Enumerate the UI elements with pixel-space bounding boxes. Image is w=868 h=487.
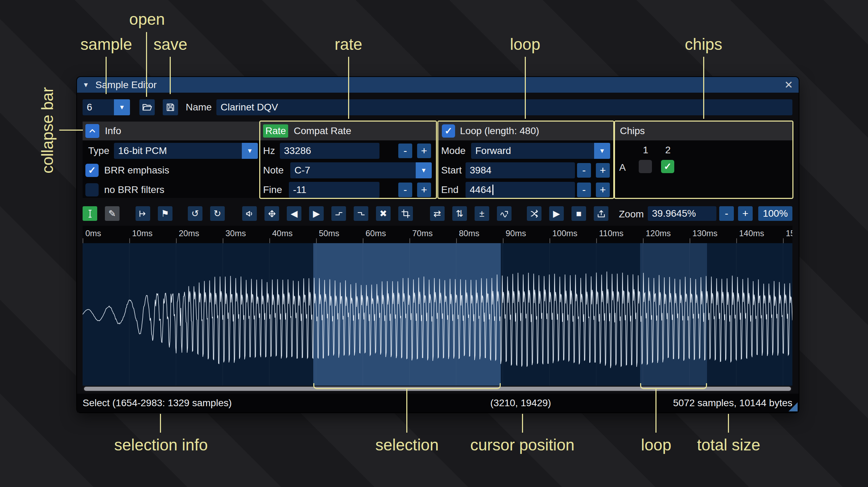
- resize-grip[interactable]: [789, 402, 798, 411]
- chevron-down-icon[interactable]: ▼: [114, 99, 130, 115]
- name-input[interactable]: Clarinet DQV: [216, 99, 792, 115]
- chevron-down-icon[interactable]: ▼: [416, 162, 432, 178]
- name-label: Name: [186, 99, 212, 115]
- chevron-down-icon[interactable]: ▼: [242, 143, 258, 159]
- sample-editor-window: ▼ Sample Editor ✕ 6 ▼ Name Clarinet DQV …: [77, 77, 799, 412]
- sample-selector[interactable]: 6 ▼: [83, 99, 130, 115]
- redo-button[interactable]: ↻: [210, 206, 225, 221]
- loop-start-increment-button[interactable]: +: [596, 163, 610, 178]
- chips-header-label: Chips: [620, 125, 645, 137]
- zoom-input[interactable]: 39.9645%: [648, 206, 716, 221]
- zoom-reset-button[interactable]: 100%: [758, 206, 792, 221]
- close-icon[interactable]: ✕: [784, 77, 793, 93]
- chevron-down-icon[interactable]: ▼: [594, 143, 610, 159]
- fade-out-button[interactable]: ▶: [309, 206, 324, 221]
- loop-end-input[interactable]: 4464: [466, 182, 575, 198]
- save-floppy-icon: [166, 102, 175, 112]
- collapse-info-button[interactable]: [85, 124, 99, 138]
- fine-increment-button[interactable]: +: [417, 183, 431, 197]
- waveform-display[interactable]: [83, 243, 792, 386]
- hz-value: 33286: [284, 145, 311, 156]
- chips-panel-header: Chips: [615, 122, 792, 140]
- reverse-button[interactable]: ⇄: [430, 206, 445, 221]
- create-instrument-button[interactable]: [594, 206, 608, 221]
- loop-start-decrement-button[interactable]: -: [577, 163, 591, 178]
- chip-2-checkbox[interactable]: [661, 160, 674, 173]
- loop-end-decrement-button[interactable]: -: [577, 183, 591, 197]
- ruler-tick: [736, 238, 737, 243]
- window-collapse-icon[interactable]: ▼: [83, 81, 89, 89]
- sign-button[interactable]: ±: [475, 206, 489, 221]
- insert-silence-button[interactable]: [331, 206, 346, 221]
- ruler-tick: [83, 238, 83, 243]
- annotation-collapse-bar: collapse bar: [38, 87, 57, 173]
- insert-silence-icon: [334, 209, 344, 218]
- trim-button[interactable]: [398, 206, 413, 221]
- ruler-label: 110ms: [599, 229, 623, 238]
- open-sample-button[interactable]: [139, 99, 155, 115]
- brr-emphasis-checkbox[interactable]: [85, 164, 99, 177]
- draw-button[interactable]: ✎: [105, 206, 120, 221]
- delete-button[interactable]: ✖: [376, 206, 391, 221]
- ruler-label: 40ms: [272, 229, 293, 238]
- loop-mode-label: Mode: [441, 143, 466, 159]
- zoom-out-button[interactable]: -: [719, 206, 734, 221]
- resample-button[interactable]: ⚑: [158, 206, 172, 221]
- loop-region[interactable]: [640, 243, 707, 386]
- loop-mode-selector[interactable]: Forward ▼: [471, 143, 610, 159]
- crossfade-button[interactable]: [527, 206, 541, 221]
- invert-button[interactable]: ⇅: [452, 206, 467, 221]
- zoom-label: Zoom: [619, 209, 644, 220]
- loop-start-input[interactable]: 3984: [466, 162, 575, 178]
- type-selector[interactable]: 16-bit PCM ▼: [114, 143, 258, 159]
- annotation-line-loop-bottom: [655, 389, 656, 433]
- stop-preview-button[interactable]: ■: [571, 206, 586, 221]
- fade-in-button[interactable]: ◀: [287, 206, 301, 221]
- annotation-line-loop: [525, 57, 526, 119]
- waveform-svg: [83, 243, 792, 386]
- ruler-label: 150ms: [786, 229, 792, 238]
- fine-value: -11: [293, 184, 306, 195]
- selection-region[interactable]: [313, 243, 501, 386]
- loop-end-increment-button[interactable]: +: [596, 183, 610, 197]
- apply-silence-button[interactable]: [354, 206, 368, 221]
- timeline-ruler[interactable]: 0ms10ms20ms30ms40ms50ms60ms70ms80ms90ms1…: [83, 226, 792, 243]
- chip-1-checkbox[interactable]: [639, 160, 652, 173]
- hz-increment-button[interactable]: +: [417, 144, 431, 158]
- hz-decrement-button[interactable]: -: [398, 144, 412, 158]
- amplify-button[interactable]: [242, 206, 257, 221]
- loop-end-value: 4464: [470, 184, 491, 195]
- amplify-icon: [245, 209, 254, 218]
- ruler-label: 60ms: [366, 229, 386, 238]
- zoom-in-button[interactable]: +: [738, 206, 753, 221]
- window-titlebar[interactable]: ▼ Sample Editor ✕: [77, 77, 799, 93]
- no-brr-filters-checkbox[interactable]: [85, 183, 99, 196]
- preview-button[interactable]: ▶: [549, 206, 564, 221]
- normalize-button[interactable]: [264, 206, 279, 221]
- normalize-icon: [267, 209, 277, 218]
- hz-input[interactable]: 33286: [280, 143, 379, 159]
- annotation-cursor-position: cursor position: [470, 435, 574, 454]
- rate-header-label: Compat Rate: [294, 125, 351, 137]
- note-selector[interactable]: C-7 ▼: [290, 162, 432, 178]
- loop-mode-value: Forward: [475, 143, 511, 159]
- annotation-line-collapse-bar: [59, 130, 83, 131]
- loop-enable-checkbox[interactable]: [442, 124, 455, 138]
- fine-decrement-button[interactable]: -: [398, 183, 412, 197]
- ruler-tick: [223, 238, 223, 243]
- rate-badge[interactable]: Rate: [263, 124, 288, 138]
- save-sample-button[interactable]: [163, 99, 178, 115]
- cursor-position-text: (3210, 19429): [490, 394, 551, 412]
- text-caret: [492, 185, 493, 195]
- reverse-icon: ⇄: [433, 209, 441, 218]
- annotation-loop-bottom: loop: [641, 435, 671, 454]
- fine-input[interactable]: -11: [289, 182, 379, 198]
- ruler-tick: [129, 238, 130, 243]
- ruler-label: 100ms: [552, 229, 577, 238]
- resize-button[interactable]: [136, 206, 150, 221]
- filter-button[interactable]: [497, 206, 512, 221]
- undo-button[interactable]: ↺: [188, 206, 202, 221]
- type-value: 16-bit PCM: [118, 143, 167, 159]
- select-button[interactable]: [83, 206, 97, 221]
- annotation-line-rate: [348, 57, 349, 119]
